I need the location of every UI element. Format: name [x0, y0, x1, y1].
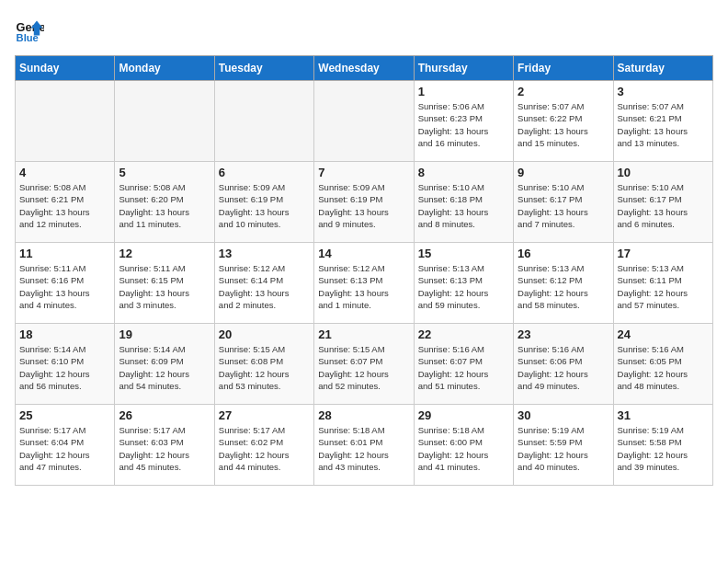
- day-number: 21: [318, 327, 409, 341]
- day-info: Sunrise: 5:19 AMSunset: 5:58 PMDaylight:…: [618, 424, 709, 473]
- day-info: Sunrise: 5:12 AMSunset: 6:13 PMDaylight:…: [318, 262, 409, 311]
- calendar-day-cell: 4Sunrise: 5:08 AMSunset: 6:21 PMDaylight…: [16, 162, 115, 243]
- day-info: Sunrise: 5:13 AMSunset: 6:13 PMDaylight:…: [418, 262, 509, 311]
- day-info: Sunrise: 5:16 AMSunset: 6:05 PMDaylight:…: [618, 343, 709, 392]
- day-number: 19: [119, 327, 210, 341]
- weekday-header-row: SundayMondayTuesdayWednesdayThursdayFrid…: [16, 56, 713, 81]
- calendar-day-cell: 17Sunrise: 5:13 AMSunset: 6:11 PMDayligh…: [613, 243, 712, 324]
- calendar-day-cell: 30Sunrise: 5:19 AMSunset: 5:59 PMDayligh…: [514, 405, 613, 486]
- day-number: 14: [318, 247, 409, 260]
- day-info: Sunrise: 5:16 AMSunset: 6:06 PMDaylight:…: [518, 343, 609, 392]
- day-number: 26: [119, 408, 210, 422]
- weekday-header-cell: Saturday: [613, 56, 712, 81]
- calendar-week-row: 11Sunrise: 5:11 AMSunset: 6:16 PMDayligh…: [16, 243, 713, 324]
- calendar-day-cell: [314, 81, 414, 162]
- day-info: Sunrise: 5:14 AMSunset: 6:10 PMDaylight:…: [19, 343, 110, 392]
- calendar-day-cell: 25Sunrise: 5:17 AMSunset: 6:04 PMDayligh…: [16, 405, 115, 486]
- day-number: 18: [19, 327, 110, 341]
- calendar-body: 1Sunrise: 5:06 AMSunset: 6:23 PMDaylight…: [16, 81, 713, 486]
- calendar-day-cell: 14Sunrise: 5:12 AMSunset: 6:13 PMDayligh…: [314, 243, 414, 324]
- day-number: 20: [219, 327, 310, 341]
- day-info: Sunrise: 5:10 AMSunset: 6:17 PMDaylight:…: [518, 181, 609, 230]
- calendar-day-cell: 24Sunrise: 5:16 AMSunset: 6:05 PMDayligh…: [613, 324, 712, 405]
- day-number: 9: [518, 166, 609, 179]
- day-info: Sunrise: 5:15 AMSunset: 6:07 PMDaylight:…: [318, 343, 409, 392]
- day-number: 11: [19, 247, 110, 260]
- calendar-week-row: 25Sunrise: 5:17 AMSunset: 6:04 PMDayligh…: [16, 405, 713, 486]
- day-number: 2: [518, 85, 609, 98]
- page-header: General Blue: [15, 15, 713, 44]
- calendar-day-cell: 20Sunrise: 5:15 AMSunset: 6:08 PMDayligh…: [214, 324, 313, 405]
- day-info: Sunrise: 5:07 AMSunset: 6:21 PMDaylight:…: [618, 100, 709, 149]
- day-info: Sunrise: 5:11 AMSunset: 6:16 PMDaylight:…: [19, 262, 110, 311]
- day-number: 31: [618, 408, 709, 422]
- day-number: 25: [19, 408, 110, 422]
- logo: General Blue: [15, 15, 44, 44]
- day-info: Sunrise: 5:06 AMSunset: 6:23 PMDaylight:…: [418, 100, 509, 149]
- calendar-day-cell: 13Sunrise: 5:12 AMSunset: 6:14 PMDayligh…: [214, 243, 313, 324]
- day-info: Sunrise: 5:16 AMSunset: 6:07 PMDaylight:…: [418, 343, 509, 392]
- day-number: 27: [219, 408, 310, 422]
- day-number: 28: [318, 408, 409, 422]
- day-number: 5: [119, 166, 210, 179]
- calendar-day-cell: 15Sunrise: 5:13 AMSunset: 6:13 PMDayligh…: [414, 243, 513, 324]
- weekday-header-cell: Tuesday: [214, 56, 313, 81]
- day-number: 1: [418, 85, 509, 98]
- day-info: Sunrise: 5:19 AMSunset: 5:59 PMDaylight:…: [518, 424, 609, 473]
- calendar-day-cell: 31Sunrise: 5:19 AMSunset: 5:58 PMDayligh…: [613, 405, 712, 486]
- day-info: Sunrise: 5:12 AMSunset: 6:14 PMDaylight:…: [219, 262, 310, 311]
- calendar-day-cell: 8Sunrise: 5:10 AMSunset: 6:18 PMDaylight…: [414, 162, 513, 243]
- calendar-day-cell: 7Sunrise: 5:09 AMSunset: 6:19 PMDaylight…: [314, 162, 414, 243]
- calendar-day-cell: 10Sunrise: 5:10 AMSunset: 6:17 PMDayligh…: [613, 162, 712, 243]
- calendar-table: SundayMondayTuesdayWednesdayThursdayFrid…: [15, 55, 713, 486]
- calendar-day-cell: 5Sunrise: 5:08 AMSunset: 6:20 PMDaylight…: [115, 162, 214, 243]
- day-info: Sunrise: 5:10 AMSunset: 6:17 PMDaylight:…: [618, 181, 709, 230]
- day-info: Sunrise: 5:10 AMSunset: 6:18 PMDaylight:…: [418, 181, 509, 230]
- calendar-day-cell: 2Sunrise: 5:07 AMSunset: 6:22 PMDaylight…: [514, 81, 613, 162]
- calendar-day-cell: 21Sunrise: 5:15 AMSunset: 6:07 PMDayligh…: [314, 324, 414, 405]
- day-number: 4: [19, 166, 110, 179]
- weekday-header-cell: Friday: [514, 56, 613, 81]
- day-info: Sunrise: 5:08 AMSunset: 6:20 PMDaylight:…: [119, 181, 210, 230]
- calendar-day-cell: 28Sunrise: 5:18 AMSunset: 6:01 PMDayligh…: [314, 405, 414, 486]
- calendar-day-cell: 29Sunrise: 5:18 AMSunset: 6:00 PMDayligh…: [414, 405, 513, 486]
- day-info: Sunrise: 5:07 AMSunset: 6:22 PMDaylight:…: [518, 100, 609, 149]
- day-number: 16: [518, 247, 609, 260]
- day-number: 24: [618, 327, 709, 341]
- day-info: Sunrise: 5:09 AMSunset: 6:19 PMDaylight:…: [318, 181, 409, 230]
- calendar-week-row: 4Sunrise: 5:08 AMSunset: 6:21 PMDaylight…: [16, 162, 713, 243]
- day-number: 8: [418, 166, 509, 179]
- weekday-header-cell: Monday: [115, 56, 214, 81]
- calendar-day-cell: 27Sunrise: 5:17 AMSunset: 6:02 PMDayligh…: [214, 405, 313, 486]
- calendar-day-cell: 6Sunrise: 5:09 AMSunset: 6:19 PMDaylight…: [214, 162, 313, 243]
- day-info: Sunrise: 5:13 AMSunset: 6:11 PMDaylight:…: [618, 262, 709, 311]
- day-number: 6: [219, 166, 310, 179]
- calendar-day-cell: 11Sunrise: 5:11 AMSunset: 6:16 PMDayligh…: [16, 243, 115, 324]
- calendar-day-cell: 23Sunrise: 5:16 AMSunset: 6:06 PMDayligh…: [514, 324, 613, 405]
- day-info: Sunrise: 5:17 AMSunset: 6:04 PMDaylight:…: [19, 424, 110, 473]
- day-number: 17: [618, 247, 709, 260]
- calendar-week-row: 18Sunrise: 5:14 AMSunset: 6:10 PMDayligh…: [16, 324, 713, 405]
- calendar-day-cell: 18Sunrise: 5:14 AMSunset: 6:10 PMDayligh…: [16, 324, 115, 405]
- day-info: Sunrise: 5:15 AMSunset: 6:08 PMDaylight:…: [219, 343, 310, 392]
- day-number: 22: [418, 327, 509, 341]
- day-number: 7: [318, 166, 409, 179]
- weekday-header-cell: Thursday: [414, 56, 513, 81]
- day-info: Sunrise: 5:11 AMSunset: 6:15 PMDaylight:…: [119, 262, 210, 311]
- day-info: Sunrise: 5:08 AMSunset: 6:21 PMDaylight:…: [19, 181, 110, 230]
- day-number: 13: [219, 247, 310, 260]
- calendar-day-cell: 22Sunrise: 5:16 AMSunset: 6:07 PMDayligh…: [414, 324, 513, 405]
- calendar-day-cell: 19Sunrise: 5:14 AMSunset: 6:09 PMDayligh…: [115, 324, 214, 405]
- calendar-day-cell: [16, 81, 115, 162]
- calendar-week-row: 1Sunrise: 5:06 AMSunset: 6:23 PMDaylight…: [16, 81, 713, 162]
- day-info: Sunrise: 5:14 AMSunset: 6:09 PMDaylight:…: [119, 343, 210, 392]
- calendar-day-cell: [115, 81, 214, 162]
- logo-icon: General Blue: [15, 15, 44, 44]
- calendar-day-cell: 9Sunrise: 5:10 AMSunset: 6:17 PMDaylight…: [514, 162, 613, 243]
- day-info: Sunrise: 5:17 AMSunset: 6:02 PMDaylight:…: [219, 424, 310, 473]
- weekday-header-cell: Wednesday: [314, 56, 414, 81]
- day-number: 23: [518, 327, 609, 341]
- calendar-day-cell: 3Sunrise: 5:07 AMSunset: 6:21 PMDaylight…: [613, 81, 712, 162]
- day-number: 3: [618, 85, 709, 98]
- day-number: 29: [418, 408, 509, 422]
